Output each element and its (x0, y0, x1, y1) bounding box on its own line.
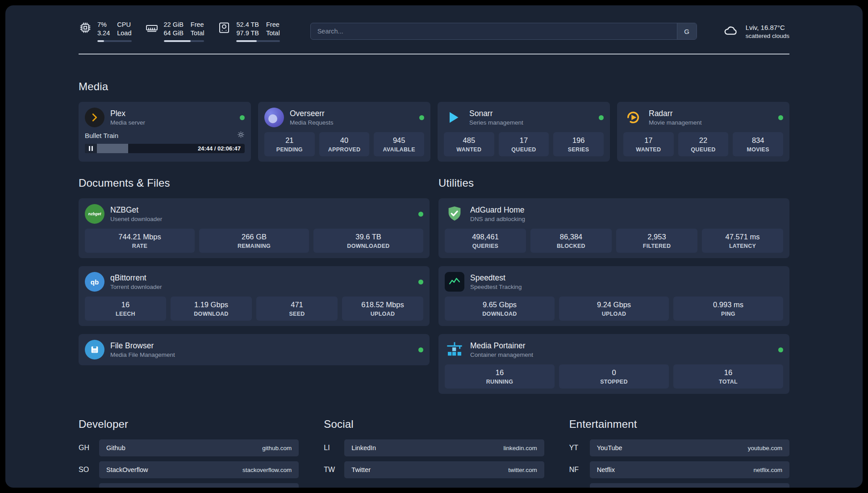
app-card-plex[interactable]: Plex Media server Bullet Train (79, 102, 251, 162)
bookmark-youtube[interactable]: YT YouTube youtube.com (569, 439, 789, 456)
playback-progress-bar[interactable]: 24:44 / 02:06:47 (85, 144, 245, 153)
app-name: File Browser (110, 341, 175, 351)
cpu-metric: 7% 3.24 CPU Load (79, 21, 132, 42)
speedtest-icon (445, 272, 464, 292)
weather-widget[interactable]: Lviv, 16.87°C scattered clouds (721, 23, 789, 39)
app-name: qBittorrent (110, 273, 162, 283)
cpu-values: 7% 3.24 (97, 21, 110, 38)
status-dot (778, 115, 783, 120)
portainer-icon (445, 340, 464, 359)
bookmark-dev[interactable]: DT DEV dev.to (79, 483, 299, 488)
bookmark-abbr: GH (79, 444, 99, 452)
disk-icon (217, 21, 231, 36)
status-dot (418, 347, 423, 352)
utilities-section-title: Utilities (438, 177, 789, 189)
bookmark-url: linkedin.com (504, 445, 537, 451)
cpu-usage-bar (97, 40, 132, 42)
bookmark-url: netflix.com (753, 467, 782, 473)
app-name: Radarr (649, 109, 702, 118)
app-card-filebrowser[interactable]: File Browser Media File Management (79, 334, 430, 365)
bookmark-abbr: TW (324, 466, 344, 474)
status-dot (418, 280, 423, 284)
documents-column: Documents & Files nzbget NZBGet Usenet d… (79, 177, 430, 365)
disk-total-value: 97.9 TB (236, 29, 259, 38)
bookmark-reddit[interactable]: RE Reddit reddit.com (569, 483, 789, 488)
stat-queries: 498,461 QUERIES (445, 229, 526, 253)
bookmark-name: StackOverflow (106, 466, 148, 473)
stat-running: 16 RUNNING (445, 364, 555, 389)
cpu-load-value: 3.24 (97, 29, 110, 38)
disk-free-value: 52.4 TB (236, 21, 259, 29)
now-playing-title: Bullet Train (85, 132, 118, 139)
app-subtitle: Container management (470, 351, 533, 358)
bookmark-name: Twitter (351, 466, 371, 473)
topbar: 7% 3.24 CPU Load (79, 5, 789, 42)
app-card-portainer[interactable]: Media Portainer Container management 16 … (438, 334, 789, 394)
disk-usage-bar (236, 40, 280, 42)
stat-downloaded: 39.6 TB DOWNLOADED (313, 229, 423, 253)
playback-time: 24:44 / 02:06:47 (198, 144, 241, 153)
bookmark-netflix[interactable]: NF Netflix netflix.com (569, 461, 789, 478)
app-card-speedtest[interactable]: Speedtest Speedtest Tracking 9.65 Gbps D… (438, 266, 789, 326)
stat-series: 196 SERIES (553, 132, 604, 156)
bookmark-abbr: YT (569, 444, 590, 452)
bookmark-group-developer: Developer GH Github github.com SO StackO… (79, 418, 299, 488)
weather-condition: scattered clouds (746, 33, 789, 39)
search-input[interactable] (311, 23, 677, 39)
app-name: Speedtest (470, 273, 522, 283)
nzbget-icon: nzbget (85, 204, 104, 224)
disk-metric: 52.4 TB 97.9 TB Free Total (217, 21, 280, 42)
bookmark-abbr: NF (569, 466, 590, 474)
disk-labels: Free Total (266, 21, 280, 38)
ram-free-value: 22 GiB (164, 21, 184, 29)
app-card-sonarr[interactable]: Sonarr Series management 485 WANTED 17 Q… (438, 102, 610, 162)
sonarr-icon (444, 108, 463, 127)
cpu-percent: 7% (97, 21, 110, 29)
stat-movies: 834 MOVIES (733, 132, 783, 156)
cpu-icon (79, 21, 92, 36)
bookmark-github[interactable]: GH Github github.com (79, 439, 299, 456)
playback-progress-fill (97, 144, 128, 153)
app-card-radarr[interactable]: Radarr Movie management 17 WANTED 22 QUE… (617, 102, 789, 162)
bookmark-abbr: LI (324, 444, 344, 452)
social-section-title: Social (324, 418, 544, 430)
app-card-nzbget[interactable]: nzbget NZBGet Usenet downloader 744.21 M… (79, 198, 430, 258)
now-playing-widget: Bullet Train 24:44 / 02:06:47 (85, 131, 245, 153)
cloud-icon (721, 23, 740, 39)
stat-stopped: 0 STOPPED (559, 364, 669, 389)
stat-approved: 40 APPROVED (319, 132, 370, 156)
gear-icon[interactable] (237, 131, 245, 140)
bookmark-linkedin[interactable]: LI LinkedIn linkedin.com (324, 439, 544, 456)
stat-latency: 47.571 ms LATENCY (702, 229, 783, 253)
qbittorrent-icon: qb (85, 272, 104, 292)
status-dot (418, 212, 423, 217)
pause-icon[interactable] (85, 144, 97, 153)
status-dot (778, 347, 783, 352)
ram-usage-bar (164, 40, 204, 42)
app-name: Plex (110, 109, 145, 118)
bookmark-stackoverflow[interactable]: SO StackOverflow stackoverflow.com (79, 461, 299, 478)
documents-section-title: Documents & Files (79, 177, 430, 189)
radarr-icon (623, 108, 643, 127)
stat-rate: 744.21 Mbps RATE (85, 229, 195, 253)
bookmark-url: youtube.com (748, 445, 782, 451)
bookmark-url: stackoverflow.com (242, 467, 292, 473)
app-card-adguard[interactable]: AdGuard Home DNS and adblocking 498,461 … (438, 198, 789, 258)
app-card-qbittorrent[interactable]: qb qBittorrent Torrent downloader 16 (79, 266, 430, 326)
filebrowser-icon (85, 340, 104, 359)
disk-values: 52.4 TB 97.9 TB (236, 21, 259, 38)
developer-section-title: Developer (79, 418, 299, 430)
app-card-overseerr[interactable]: Overseerr Media Requests 21 PENDING 40 A… (258, 102, 430, 162)
stat-ping: 0.993 ms PING (673, 297, 783, 321)
status-dot (599, 115, 604, 120)
bookmark-name: YouTube (597, 444, 622, 451)
media-section: Media Plex Media server (79, 80, 789, 162)
search-engine-button[interactable]: G (677, 23, 697, 39)
bookmark-twitter[interactable]: TW Twitter twitter.com (324, 461, 544, 478)
stat-filtered: 2,953 FILTERED (616, 229, 697, 253)
overseerr-icon (264, 108, 284, 127)
stat-remaining: 266 GB REMAINING (199, 229, 309, 253)
app-subtitle: Torrent downloader (110, 284, 162, 290)
search-bar: G (310, 23, 697, 40)
stat-total: 16 TOTAL (673, 364, 783, 389)
